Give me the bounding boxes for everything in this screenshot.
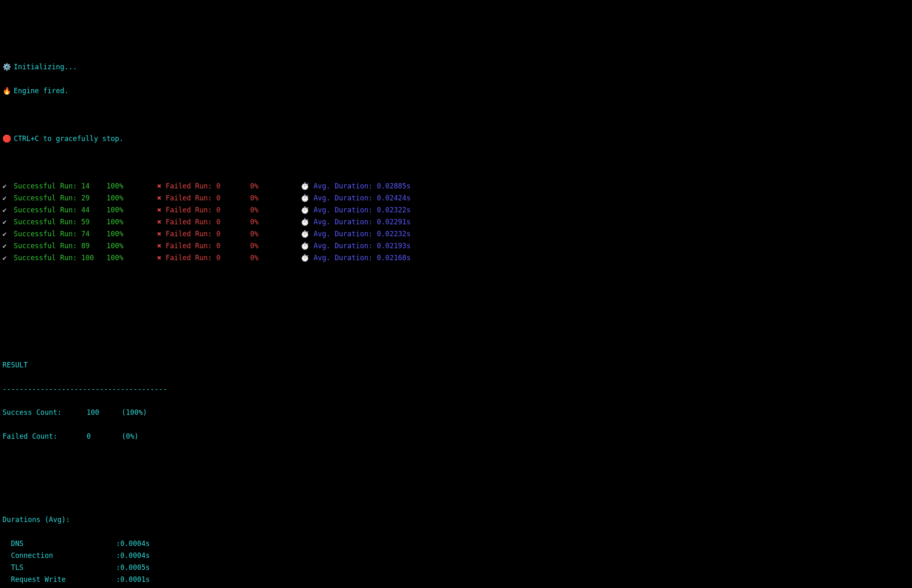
stopwatch-icon: ⏱️ <box>301 242 313 250</box>
failed-pct: 0% <box>250 218 301 226</box>
duration-value: :0.0004s <box>116 539 150 548</box>
duration-label: DNS <box>11 538 116 550</box>
duration-label: Request Write <box>11 574 116 586</box>
engine-line: 🔥Engine fired. <box>2 85 910 97</box>
check-icon: ✔ <box>2 240 14 252</box>
success-pct: 100% <box>106 194 157 202</box>
gear-icon: ⚙️ <box>2 61 14 73</box>
stopwatch-icon: ⏱️ <box>301 194 313 202</box>
run-row: ✔Successful Run: 100 100% ✖ Failed Run: … <box>2 252 910 264</box>
failed-pct: 0% <box>250 230 301 238</box>
run-row: ✔Successful Run: 14 100% ✖ Failed Run: 0… <box>2 180 910 192</box>
success-label: Successful Run: 14 <box>14 182 106 190</box>
success-pct: 100% <box>106 218 157 226</box>
duration-row: TLS:0.0005s <box>11 562 910 574</box>
duration-label: TLS <box>11 562 116 574</box>
result-divider: --------------------------------------- <box>2 383 910 395</box>
cross-icon: ✖ <box>157 218 165 226</box>
duration-label: Connection <box>11 550 116 562</box>
stopwatch-icon: ⏱️ <box>301 254 313 262</box>
avg-label: Avg. Duration: <box>313 230 377 238</box>
avg-label: Avg. Duration: <box>313 206 377 214</box>
duration-value: :0.0004s <box>116 551 150 560</box>
run-row: ✔Successful Run: 59 100% ✖ Failed Run: 0… <box>2 216 910 228</box>
failed-count-line: Failed Count:0(0%) <box>2 430 910 442</box>
durations-heading: Durations (Avg): <box>2 514 910 526</box>
stop-hint-line: 🛑CTRL+C to gracefully stop. <box>2 133 910 145</box>
failed-pct: 0% <box>250 254 301 262</box>
stopwatch-icon: ⏱️ <box>301 230 313 238</box>
avg-label: Avg. Duration: <box>313 254 377 262</box>
success-label: Successful Run: 89 <box>14 242 106 250</box>
avg-label: Avg. Duration: <box>313 182 377 190</box>
cross-icon: ✖ <box>157 254 165 262</box>
avg-value: 0.02322s <box>377 206 411 214</box>
failed-label: Failed Run: 0 <box>166 206 250 214</box>
success-label: Successful Run: 100 <box>14 254 106 262</box>
cross-icon: ✖ <box>157 206 165 214</box>
avg-value: 0.02193s <box>377 242 411 250</box>
run-row: ✔Successful Run: 29 100% ✖ Failed Run: 0… <box>2 192 910 204</box>
failed-label: Failed Run: 0 <box>166 230 250 238</box>
duration-label: Server Processing <box>11 586 116 588</box>
failed-count-label: Failed Count: <box>2 430 87 442</box>
avg-label: Avg. Duration: <box>313 194 377 202</box>
stopwatch-icon: ⏱️ <box>301 182 313 190</box>
duration-row: Connection:0.0004s <box>11 550 910 562</box>
duration-row: Server Processing:0.0203s <box>11 586 910 588</box>
avg-label: Avg. Duration: <box>313 218 377 226</box>
failed-pct: 0% <box>250 242 301 250</box>
run-row: ✔Successful Run: 89 100% ✖ Failed Run: 0… <box>2 240 910 252</box>
success-pct: 100% <box>106 182 157 190</box>
success-pct: 100% <box>106 230 157 238</box>
failed-pct: 0% <box>250 194 301 202</box>
avg-value: 0.02168s <box>377 254 411 262</box>
result-heading: RESULT <box>2 359 910 371</box>
check-icon: ✔ <box>2 228 14 240</box>
engine-text: Engine fired. <box>14 87 68 95</box>
duration-value: :0.0001s <box>116 575 150 583</box>
run-log: ✔Successful Run: 14 100% ✖ Failed Run: 0… <box>2 180 910 263</box>
stopwatch-icon: ⏱️ <box>301 206 313 214</box>
cross-icon: ✖ <box>157 242 165 250</box>
durations-list: DNS:0.0004sConnection:0.0004sTLS:0.0005s… <box>2 538 910 588</box>
run-row: ✔Successful Run: 44 100% ✖ Failed Run: 0… <box>2 204 910 216</box>
failed-label: Failed Run: 0 <box>166 242 250 250</box>
success-label: Successful Run: 29 <box>14 194 106 202</box>
check-icon: ✔ <box>2 192 14 204</box>
check-icon: ✔ <box>2 252 14 264</box>
duration-row: Request Write:0.0001s <box>11 574 910 586</box>
avg-value: 0.02291s <box>377 218 411 226</box>
failed-label: Failed Run: 0 <box>166 218 250 226</box>
stop-icon: 🛑 <box>2 133 14 145</box>
cross-icon: ✖ <box>157 230 165 238</box>
stop-hint-text: CTRL+C to gracefully stop. <box>14 134 123 143</box>
success-label: Successful Run: 74 <box>14 230 106 238</box>
check-icon: ✔ <box>2 216 14 228</box>
failed-label: Failed Run: 0 <box>166 254 250 262</box>
duration-row: DNS:0.0004s <box>11 538 910 550</box>
success-label: Successful Run: 44 <box>14 206 106 214</box>
avg-value: 0.02885s <box>377 182 411 190</box>
success-pct: 100% <box>106 242 157 250</box>
stopwatch-icon: ⏱️ <box>301 218 313 226</box>
success-count-pct: (100%) <box>122 408 147 416</box>
init-text: Initializing... <box>14 63 77 71</box>
success-pct: 100% <box>106 206 157 214</box>
check-icon: ✔ <box>2 180 14 192</box>
init-line: ⚙️Initializing... <box>2 61 910 73</box>
failed-label: Failed Run: 0 <box>166 194 250 202</box>
failed-count-value: 0 <box>87 430 122 442</box>
avg-value: 0.02424s <box>377 194 411 202</box>
fire-icon: 🔥 <box>2 85 14 97</box>
success-pct: 100% <box>106 254 157 262</box>
cross-icon: ✖ <box>157 194 165 202</box>
failed-count-pct: (0%) <box>122 432 139 440</box>
run-row: ✔Successful Run: 74 100% ✖ Failed Run: 0… <box>2 228 910 240</box>
failed-pct: 0% <box>250 206 301 214</box>
failed-pct: 0% <box>250 182 301 190</box>
check-icon: ✔ <box>2 204 14 216</box>
success-count-value: 100 <box>87 407 122 419</box>
success-count-label: Success Count: <box>2 407 87 419</box>
success-count-line: Success Count:100(100%) <box>2 407 910 419</box>
